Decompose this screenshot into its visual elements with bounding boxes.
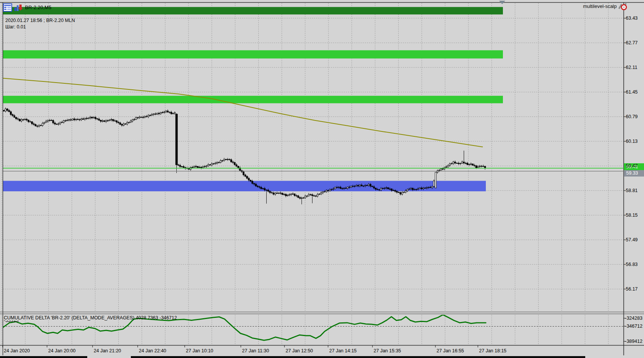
bottom-scrollbar-segment[interactable] [131,356,585,358]
price-axis-label: 58.15 [626,213,638,218]
indicator-axis-label: -324283 [625,316,642,321]
price-axis-label: 56.17 [626,286,638,292]
indicator-clipped-value: -33313 [4,320,27,323]
price-axis-label: 58.81 [626,188,638,193]
price-axis-label: 63.43 [626,16,638,21]
time-axis-label: 24 Jan 22:40 [139,348,166,353]
time-axis-label: 24 Jan 20:00 [48,348,75,353]
time-axis-label: 27 Jan 11:30 [242,348,269,353]
price-axis-label: 62.77 [626,40,638,45]
chart-title: BR-2.20,M5 [25,5,51,10]
time-axis-label: 27 Jan 16:55 [437,348,464,353]
price-axis-label: 60.79 [626,114,638,119]
price-axis-label: 60.13 [626,139,638,144]
chart-info-line-1: 2020.01.27 18:56 ; BR-2.20 MLN [5,17,75,24]
time-axis-label: 24 Jan 21:20 [94,348,121,353]
main-chart-pane[interactable] [3,3,624,312]
secondary-price-tag: 59.33 [624,170,644,177]
chart-list-icon[interactable] [3,3,13,13]
indicator-axis-label: -389412 [625,339,642,344]
chart-end-marker-icon [499,1,505,4]
price-axis-label: 57.49 [626,237,638,242]
indicator-title: CUMULATIVE DELTA 'BR-2.20' (DELTA_MODE_A… [4,315,177,320]
time-axis-label: 24 Jan 2020 [4,348,30,353]
time-axis-label: 27 Jan 18:15 [479,348,506,353]
time-axis-label: 27 Jan 10:10 [186,348,213,353]
price-axis-label: 56.83 [626,262,638,267]
ea-icon[interactable] [618,2,627,12]
price-axis-label: 62.11 [626,65,637,70]
chart-type-icon[interactable] [14,3,23,13]
bottom-scrollbar-segment[interactable] [0,356,87,358]
ea-name: multilevel-scalp [561,3,617,9]
time-axis-label: 27 Jan 15:35 [374,348,401,353]
chart-info-line-2: Шаг: 0.01 [5,24,26,30]
indicator-axis-label: -346712 [625,324,642,329]
price-axis-label: 61.45 [626,89,638,95]
time-axis-label: 27 Jan 14:15 [329,348,357,353]
price-axis-label: 59.47 [626,163,638,169]
time-axis-label: 27 Jan 12:50 [286,348,313,353]
